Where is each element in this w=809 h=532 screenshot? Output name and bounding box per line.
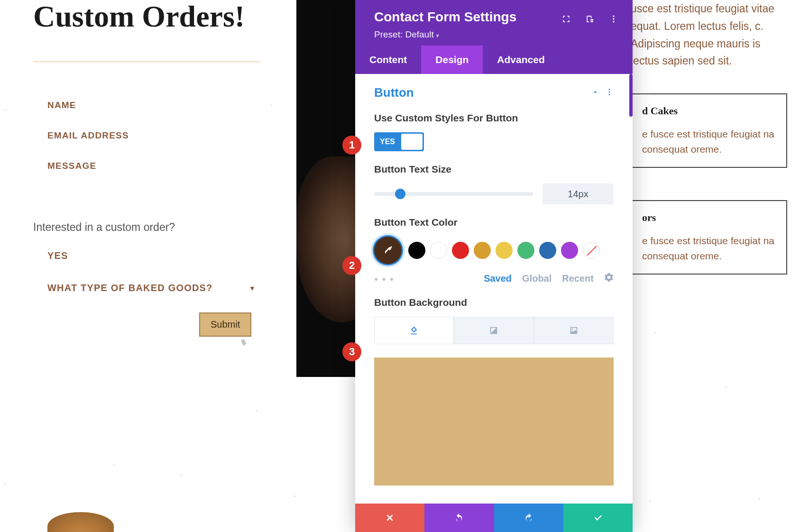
swatch-black[interactable] — [408, 242, 425, 259]
resize-handle-icon[interactable]: /// — [239, 339, 248, 347]
confirm-button[interactable] — [563, 504, 633, 532]
bg-tab-gradient[interactable] — [454, 317, 533, 344]
swatch-white[interactable] — [430, 242, 447, 259]
color-settings-icon[interactable] — [604, 273, 614, 284]
card2-title: ors — [642, 211, 776, 224]
panel-header: Contact Form Settings Preset: Default▼ — [355, 0, 633, 46]
cancel-button[interactable] — [355, 504, 424, 532]
card2-text: e fusce est tristique feugiat na consequ… — [642, 233, 776, 263]
section-kebab-icon[interactable] — [605, 88, 614, 98]
kebab-menu-icon[interactable] — [609, 14, 618, 26]
text-color-swatches — [374, 237, 614, 264]
svg-point-4 — [609, 91, 610, 92]
swatch-purple[interactable] — [561, 242, 578, 259]
settings-tabs: Content Design Advanced — [355, 46, 633, 74]
responsive-icon[interactable] — [585, 14, 595, 26]
preset-selector[interactable]: Preset: Default▼ — [374, 29, 614, 40]
collapse-icon[interactable] — [591, 88, 599, 98]
select-label: WHAT TYPE OF BAKED GOODS? — [47, 283, 213, 294]
badge-3: 3 — [342, 342, 361, 361]
swatch-none[interactable] — [583, 242, 600, 259]
tab-design[interactable]: Design — [421, 46, 483, 74]
email-field[interactable]: EMAIL ADDRESS — [47, 130, 261, 141]
swatch-selected[interactable] — [374, 237, 402, 264]
page-title: Custom Orders! — [33, 0, 261, 33]
text-color-label: Button Text Color — [374, 217, 614, 228]
background-label: Button Background — [374, 297, 614, 308]
badge-2: 2 — [342, 256, 361, 275]
intro-paragraph: usce est tristique feugiat vitae equat. … — [631, 0, 787, 70]
swatch-yellow[interactable] — [496, 242, 513, 259]
color-tab-recent[interactable]: Recent — [562, 273, 594, 284]
name-field[interactable]: NAME — [47, 100, 261, 110]
svg-point-2 — [613, 21, 614, 22]
color-tab-saved[interactable]: Saved — [484, 273, 512, 284]
yes-option[interactable]: YES — [47, 250, 261, 261]
caret-down-icon: ▼ — [249, 284, 256, 292]
message-field[interactable]: MESSAGE — [47, 161, 261, 171]
swatch-orange[interactable] — [474, 242, 491, 259]
undo-button[interactable] — [424, 504, 494, 532]
section-button[interactable]: Button — [374, 85, 414, 100]
custom-styles-label: Use Custom Styles For Button — [374, 112, 614, 124]
svg-point-3 — [609, 89, 610, 90]
eyedropper-icon — [382, 245, 394, 256]
redo-button[interactable] — [494, 504, 563, 532]
svg-point-0 — [613, 16, 614, 17]
bg-tab-image[interactable] — [534, 317, 614, 344]
badge-1: 1 — [342, 136, 361, 155]
title-underline — [33, 62, 261, 62]
swatch-green[interactable] — [517, 242, 534, 259]
text-size-value[interactable]: 14px — [542, 183, 614, 204]
card1-title: d Cakes — [642, 105, 776, 117]
baked-goods-select[interactable]: WHAT TYPE OF BAKED GOODS? ▼ — [47, 283, 256, 294]
toggle-value: YES — [374, 138, 395, 146]
action-bar — [355, 504, 633, 532]
text-size-slider[interactable] — [374, 192, 533, 196]
more-colors-icon[interactable]: ● ● ● — [374, 275, 395, 283]
text-size-label: Button Text Size — [374, 164, 614, 175]
color-tab-global[interactable]: Global — [522, 273, 552, 284]
settings-panel: Contact Form Settings Preset: Default▼ C… — [355, 0, 633, 532]
card1-text: e fusce est tristique feugiat na consequ… — [642, 127, 776, 156]
bg-tab-solid[interactable] — [374, 317, 454, 344]
toggle-knob — [401, 134, 423, 150]
svg-point-5 — [609, 93, 610, 95]
bread-corner-image — [47, 512, 114, 532]
svg-point-1 — [613, 18, 614, 19]
custom-styles-toggle[interactable]: YES — [374, 132, 424, 151]
swatch-blue[interactable] — [539, 242, 556, 259]
tab-content[interactable]: Content — [355, 46, 421, 74]
submit-button[interactable]: Submit — [199, 312, 251, 337]
custom-order-question: Interested in a custom order? — [33, 221, 261, 234]
expand-icon[interactable] — [561, 14, 571, 26]
tab-advanced[interactable]: Advanced — [483, 46, 559, 74]
slider-thumb[interactable] — [395, 189, 405, 199]
bg-color-preview[interactable] — [374, 358, 614, 486]
swatch-red[interactable] — [452, 242, 469, 259]
scrollbar[interactable] — [629, 74, 633, 117]
